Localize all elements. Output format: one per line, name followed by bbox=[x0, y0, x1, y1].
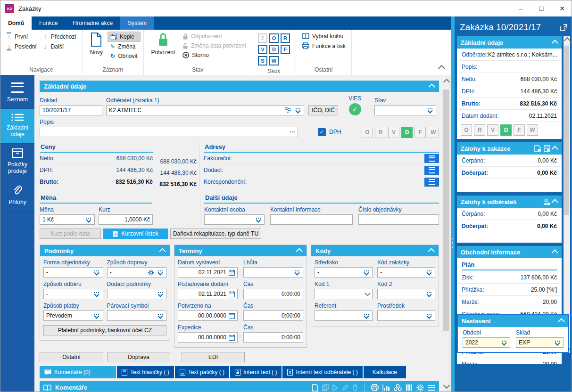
kurz-input[interactable]: 1,0000 Kč bbox=[99, 214, 153, 225]
predchozi-button[interactable]: ↑Předchozí bbox=[40, 32, 79, 41]
new-comment-button[interactable] bbox=[312, 384, 318, 392]
posledni-button[interactable]: ↓Poslední bbox=[3, 41, 40, 51]
kod2-dropdown[interactable] bbox=[377, 289, 435, 299]
sidebar-item-polozky-prodeje[interactable]: Položky prodeje bbox=[0, 144, 34, 180]
columns-button[interactable] bbox=[406, 384, 413, 391]
settings-gear-button[interactable] bbox=[416, 384, 424, 392]
ribbon-collapse-icon[interactable] bbox=[438, 65, 446, 73]
popis-input[interactable]: ··· bbox=[40, 127, 298, 137]
danova-rekapitulace-button[interactable]: Daňová rekapitulace, typ daně TU bbox=[170, 229, 261, 239]
ostatni-button[interactable]: Ostatní bbox=[40, 352, 103, 362]
main-scrollbar[interactable] bbox=[442, 77, 450, 391]
dodaci-podminky-dropdown[interactable] bbox=[107, 289, 167, 299]
collapse-icon[interactable] bbox=[552, 146, 558, 152]
zpusob-odberu-dropdown[interactable]: - bbox=[43, 289, 103, 299]
kod1-dropdown[interactable] bbox=[315, 289, 373, 299]
scrollbar-thumb[interactable] bbox=[443, 90, 449, 331]
calendar-icon[interactable] bbox=[229, 291, 235, 297]
platebni-podminky-button[interactable]: Platební podmínky, bankovní účet CZ bbox=[43, 325, 166, 335]
vies-valid-icon[interactable]: ✓ bbox=[349, 103, 361, 115]
potvrzeni-button[interactable]: Potvrzení bbox=[147, 32, 180, 66]
dph-checkbox[interactable]: ✓ bbox=[318, 128, 326, 136]
zmena-button[interactable]: ✎Změna bbox=[108, 42, 140, 51]
potvrzeno-na-input[interactable]: 00.00.0000 bbox=[178, 310, 238, 321]
ico-dic-button[interactable]: IČO, DIČ bbox=[308, 105, 338, 115]
customer-advance-icon[interactable] bbox=[543, 198, 550, 205]
korespondencni-address-button[interactable] bbox=[424, 178, 439, 187]
tab-kalkulace[interactable]: Kalkulace bbox=[364, 366, 406, 378]
panel-splitter[interactable] bbox=[451, 16, 455, 392]
stredisko-dropdown[interactable]: - bbox=[315, 267, 373, 278]
mena-dropdown[interactable]: 1 Kč bbox=[40, 214, 95, 225]
skok-w-button[interactable]: W bbox=[269, 56, 279, 65]
chart-button[interactable] bbox=[382, 384, 390, 391]
calendar-icon[interactable] bbox=[229, 313, 235, 319]
workflow-button[interactable] bbox=[394, 384, 402, 391]
zpusob-dopravy-dropdown[interactable]: - bbox=[107, 267, 167, 278]
prostredek-dropdown[interactable] bbox=[377, 310, 435, 321]
kurzovni-listek-button[interactable]: Kurzovní lístek bbox=[103, 229, 168, 239]
dropdown-icon[interactable] bbox=[85, 218, 92, 222]
expedice-input[interactable]: 00.00.0000 bbox=[178, 332, 238, 343]
fakturacni-address-button[interactable] bbox=[424, 154, 439, 163]
tab-text-paticky[interactable]: Text patičky ( ) bbox=[175, 366, 229, 378]
collapse-icon[interactable] bbox=[558, 318, 565, 325]
advance-invoice-icon[interactable] bbox=[534, 145, 541, 152]
dropdown-icon[interactable] bbox=[500, 341, 507, 345]
forma-objednavky-dropdown[interactable]: - bbox=[43, 267, 103, 278]
parovaci-symbol-dropdown[interactable] bbox=[107, 310, 167, 321]
sklad-dropdown[interactable]: EXP bbox=[516, 337, 564, 348]
dropdown-icon[interactable] bbox=[255, 218, 262, 222]
dodaci-address-button[interactable] bbox=[424, 166, 439, 175]
preview-scrollbar[interactable] bbox=[564, 36, 570, 353]
skok-r-button[interactable]: R bbox=[281, 33, 290, 43]
sidebar-item-prilohy[interactable]: Přílohy bbox=[0, 180, 34, 212]
skok-d-button[interactable]: D bbox=[269, 45, 279, 54]
doklad-input[interactable]: 10/2021/17 bbox=[40, 105, 102, 115]
skok-v-button[interactable]: V bbox=[258, 45, 267, 54]
dropdown-icon[interactable] bbox=[426, 108, 433, 113]
lhuta-dropdown[interactable] bbox=[243, 267, 303, 278]
scroll-up-icon[interactable] bbox=[443, 79, 450, 85]
splitter-handle[interactable] bbox=[452, 238, 453, 248]
obdobi-dropdown[interactable]: 2022 bbox=[463, 337, 510, 348]
vybrat-knihu-button[interactable]: Vybrat knihu bbox=[299, 32, 348, 41]
collapse-icon[interactable] bbox=[159, 248, 166, 254]
kontaktni-osoba-dropdown[interactable] bbox=[204, 214, 265, 225]
close-button[interactable]: ✕ bbox=[552, 0, 572, 16]
prvni-button[interactable]: ↑První bbox=[3, 32, 40, 41]
calendar-icon[interactable] bbox=[229, 335, 235, 341]
dalsi-button[interactable]: ↓Další bbox=[40, 41, 79, 51]
open-external-icon[interactable] bbox=[560, 24, 567, 31]
collapse-icon[interactable] bbox=[552, 199, 558, 205]
collapse-icon[interactable] bbox=[552, 40, 558, 46]
odberatel-input[interactable]: K2 ATMITEC bbox=[106, 105, 304, 115]
pozadovane-dodani-input[interactable]: 02.11.2021 bbox=[178, 289, 238, 299]
datum-vystaveni-input[interactable]: 02.11.2021 bbox=[178, 267, 238, 278]
collapse-icon[interactable] bbox=[552, 249, 558, 256]
tab-hromadne-akce[interactable]: Hromadné akce bbox=[65, 16, 120, 30]
collapse-icon[interactable] bbox=[296, 248, 303, 254]
novy-button[interactable]: Nový bbox=[85, 32, 108, 66]
collapse-section-icon[interactable] bbox=[429, 83, 435, 90]
referent-dropdown[interactable] bbox=[315, 310, 373, 321]
dropdown-icon[interactable] bbox=[294, 108, 301, 113]
skok-o-button[interactable]: O bbox=[269, 33, 279, 43]
advance-list-icon[interactable] bbox=[544, 145, 550, 152]
tab-text-hlavicky[interactable]: Text hlavičky ( ) bbox=[117, 366, 174, 378]
skok-s-button[interactable]: S bbox=[258, 56, 267, 65]
minimize-button[interactable]: – bbox=[510, 0, 531, 16]
kopie-button[interactable]: Kopie bbox=[108, 32, 140, 42]
maximize-button[interactable]: □ bbox=[531, 0, 552, 16]
tab-funkce[interactable]: Funkce bbox=[32, 16, 65, 30]
edi-button[interactable]: EDI bbox=[182, 352, 245, 362]
dropdown-icon[interactable] bbox=[554, 341, 561, 345]
kod-zakazky-dropdown[interactable]: - bbox=[377, 267, 435, 278]
collapse-icon[interactable] bbox=[428, 248, 435, 254]
cislo-objednavky-input[interactable] bbox=[358, 214, 439, 225]
zpusob-platby-dropdown[interactable]: Převodem bbox=[43, 310, 103, 321]
print-button[interactable] bbox=[371, 384, 379, 391]
scrollbar-thumb[interactable] bbox=[564, 46, 569, 215]
doprava-button[interactable]: Doprava bbox=[107, 352, 170, 362]
kontaktni-informace-input[interactable] bbox=[270, 214, 353, 225]
